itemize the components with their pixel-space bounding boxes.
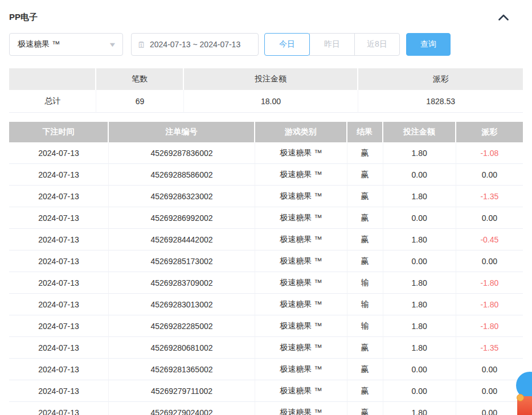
red-envelope-icon[interactable] — [517, 396, 532, 415]
cell-game: 极速糖果 ™ — [255, 250, 347, 272]
cell-amount: 1.80 — [383, 315, 456, 337]
table-row: 2024-07-1345269284442002极速糖果 ™赢1.80-0.45 — [9, 229, 523, 250]
panel-header: PP电子 — [9, 0, 523, 24]
summary-total-row: 总计6918.001828.53 — [9, 90, 523, 113]
table-row: 2024-07-1345269281365002极速糖果 ™赢0.000.00 — [9, 359, 523, 380]
cell-result: 赢 — [347, 337, 383, 359]
cell-result: 赢 — [347, 250, 383, 272]
cell-amount: 0.00 — [383, 359, 456, 380]
cell-result: 赢 — [347, 229, 383, 250]
cell-game: 极速糖果 ™ — [255, 315, 347, 337]
cell-date: 2024-07-13 — [9, 272, 109, 294]
cell-payout: 0.00 — [456, 164, 523, 186]
cell-payout: -1.80 — [456, 315, 523, 337]
quick-range-button-0[interactable]: 今日 — [264, 33, 310, 56]
cell-game: 极速糖果 ™ — [255, 272, 347, 294]
date-range-picker[interactable]: 🗓 2024-07-13 ~ 2024-07-13 — [131, 33, 259, 56]
cell-bet_id: 45269282285002 — [109, 315, 255, 337]
cell-bet_id: 45269279024002 — [109, 402, 255, 415]
cell-bet_id: 45269283013002 — [109, 294, 255, 315]
cell-amount: 1.80 — [383, 142, 456, 164]
cell-payout: -1.35 — [456, 337, 523, 359]
cell-date: 2024-07-13 — [9, 186, 109, 207]
bets-header-cell: 派彩 — [456, 122, 523, 142]
cell-game: 极速糖果 ™ — [255, 229, 347, 250]
cell-date: 2024-07-13 — [9, 164, 109, 186]
cell-date: 2024-07-13 — [9, 250, 109, 272]
cell-game: 极速糖果 ™ — [255, 186, 347, 207]
summary-header-row: 笔数投注金额派彩 — [9, 68, 523, 90]
cell-game: 极速糖果 ™ — [255, 402, 347, 415]
cell-date: 2024-07-13 — [9, 380, 109, 402]
cell-game: 极速糖果 ™ — [255, 164, 347, 186]
cell-bet_id: 45269286992002 — [109, 207, 255, 229]
cell-bet_id: 45269279711002 — [109, 380, 255, 402]
cell-game: 极速糖果 ™ — [255, 294, 347, 315]
quick-range-button-1[interactable]: 昨日 — [309, 33, 355, 56]
cell-amount: 0.00 — [383, 380, 456, 402]
summary-header-cell: 笔数 — [96, 68, 183, 90]
cell-result: 赢 — [347, 207, 383, 229]
summary-cell-bet_amount: 18.00 — [184, 90, 359, 113]
cell-bet_id: 45269288586002 — [109, 164, 255, 186]
table-row: 2024-07-1345269286992002极速糖果 ™赢0.000.00 — [9, 207, 523, 229]
cell-date: 2024-07-13 — [9, 359, 109, 380]
cell-bet_id: 45269281365002 — [109, 359, 255, 380]
cell-amount: 0.00 — [383, 207, 456, 229]
cell-game: 极速糖果 ™ — [255, 142, 347, 164]
cell-result: 输 — [347, 294, 383, 315]
cell-bet_id: 45269283709002 — [109, 272, 255, 294]
bets-header-cell: 游戏类别 — [255, 122, 347, 142]
table-row: 2024-07-1345269282285002极速糖果 ™输1.80-1.80 — [9, 315, 523, 337]
table-row: 2024-07-1345269286323002极速糖果 ™赢1.80-1.35 — [9, 186, 523, 207]
cell-result: 赢 — [347, 164, 383, 186]
table-row: 2024-07-1345269280681002极速糖果 ™赢1.80-1.35 — [9, 337, 523, 359]
table-row: 2024-07-1345269287836002极速糖果 ™赢1.80-1.08 — [9, 142, 523, 164]
game-select[interactable]: 极速糖果 ™ ▼ — [9, 33, 123, 56]
cell-payout: 0.00 — [456, 380, 523, 402]
bets-header-cell: 结果 — [347, 122, 383, 142]
table-row: 2024-07-1345269283013002极速糖果 ™输1.80-1.80 — [9, 294, 523, 315]
cell-result: 赢 — [347, 142, 383, 164]
cell-date: 2024-07-13 — [9, 294, 109, 315]
bets-header-row: 下注时间注单编号游戏类别结果投注金额派彩 — [9, 122, 523, 142]
table-row: 2024-07-1345269283709002极速糖果 ™输1.80-1.80 — [9, 272, 523, 294]
cell-amount: 1.80 — [383, 402, 456, 415]
summary-cell-count: 69 — [96, 90, 183, 113]
bets-table-body: 2024-07-1345269287836002极速糖果 ™赢1.80-1.08… — [9, 142, 523, 415]
summary-cell-label: 总计 — [9, 90, 96, 113]
table-row: 2024-07-1345269285173002极速糖果 ™赢0.000.00 — [9, 250, 523, 272]
cell-date: 2024-07-13 — [9, 207, 109, 229]
cell-payout: -1.08 — [456, 142, 523, 164]
summary-header-cell: 派彩 — [358, 68, 523, 90]
table-row: 2024-07-1345269288586002极速糖果 ™赢0.000.00 — [9, 164, 523, 186]
cell-payout: -1.35 — [456, 186, 523, 207]
cell-payout: -0.45 — [456, 229, 523, 250]
cell-amount: 1.80 — [383, 272, 456, 294]
cell-amount: 1.80 — [383, 337, 456, 359]
query-button[interactable]: 查询 — [406, 33, 451, 56]
cell-bet_id: 45269287836002 — [109, 142, 255, 164]
summary-header-cell: 投注金额 — [184, 68, 359, 90]
cell-date: 2024-07-13 — [9, 402, 109, 415]
cell-date: 2024-07-13 — [9, 229, 109, 250]
summary-header-cell — [9, 68, 96, 90]
cell-payout: -1.80 — [456, 294, 523, 315]
bets-table: 下注时间注单编号游戏类别结果投注金额派彩 2024-07-13452692878… — [9, 122, 523, 415]
filter-bar: 极速糖果 ™ ▼ 🗓 2024-07-13 ~ 2024-07-13 今日昨日近… — [9, 33, 523, 56]
bets-header-cell: 投注金额 — [383, 122, 456, 142]
quick-range-button-2[interactable]: 近8日 — [354, 33, 400, 56]
page-title: PP电子 — [9, 12, 38, 23]
cell-game: 极速糖果 ™ — [255, 337, 347, 359]
cell-game: 极速糖果 ™ — [255, 380, 347, 402]
pp-games-panel: PP电子 极速糖果 ™ ▼ 🗓 2024-07-13 ~ 2024-07-13 … — [0, 0, 532, 415]
chevron-up-icon — [498, 14, 509, 20]
table-row: 2024-07-1345269279024002极速糖果 ™赢1.800.00 — [9, 402, 523, 415]
collapse-panel-button[interactable] — [497, 11, 510, 24]
cell-payout: 0.00 — [456, 250, 523, 272]
coin-icon — [517, 394, 524, 401]
cell-result: 输 — [347, 272, 383, 294]
cell-result: 赢 — [347, 402, 383, 415]
cell-amount: 1.80 — [383, 186, 456, 207]
cell-bet_id: 45269286323002 — [109, 186, 255, 207]
